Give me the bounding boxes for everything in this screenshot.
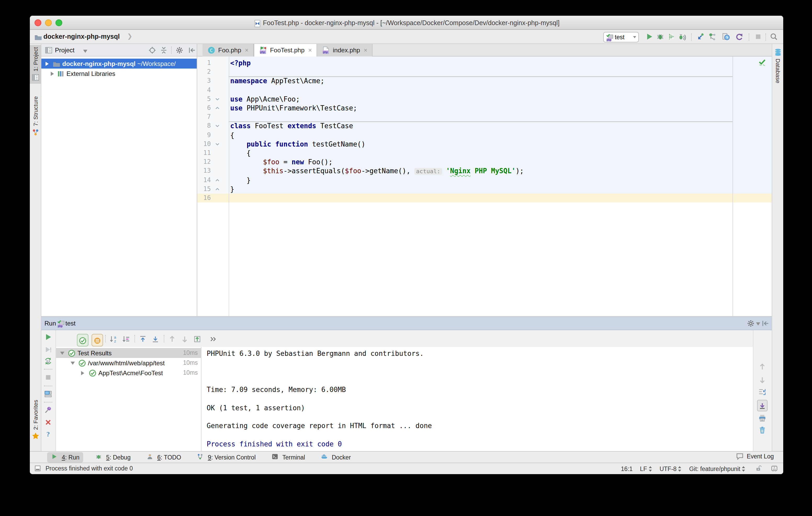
- close-tab-icon[interactable]: ×: [364, 47, 367, 54]
- editor-line[interactable]: 9{: [197, 131, 772, 140]
- show-ignored-toggle[interactable]: [93, 337, 102, 345]
- clear-console-button[interactable]: [758, 426, 766, 434]
- fold-marker-icon[interactable]: [215, 142, 220, 146]
- project-panel-title[interactable]: Project: [55, 47, 75, 54]
- scroll-up-button[interactable]: [758, 363, 766, 371]
- editor-line[interactable]: 5use App\Acme\Foo;: [197, 95, 772, 104]
- gear-icon[interactable]: [747, 319, 755, 327]
- expand-chevron-icon[interactable]: [81, 371, 84, 375]
- toggle-tool-stripes-icon[interactable]: [34, 465, 42, 473]
- editor-line[interactable]: 16: [197, 194, 772, 203]
- editor-line[interactable]: 15}: [197, 185, 772, 194]
- run-config-selector[interactable]: php test: [603, 32, 639, 42]
- git-branch-widget[interactable]: Git: feature/phpunit: [689, 466, 746, 472]
- toggle-auto-test-button[interactable]: [44, 357, 52, 365]
- commit-button[interactable]: [708, 32, 716, 41]
- collapse-all-button[interactable]: [139, 335, 147, 343]
- expand-all-button[interactable]: [151, 335, 160, 343]
- scroll-down-button[interactable]: [758, 376, 766, 384]
- test-tree-item[interactable]: /var/www/html/web/app/test10ms: [56, 358, 201, 368]
- run-panel-title[interactable]: Run: [45, 320, 56, 327]
- expand-chevron-icon[interactable]: [70, 362, 75, 365]
- console-output[interactable]: PHPUnit 6.3.0 by Sebastian Bergmann and …: [201, 347, 753, 452]
- fold-marker-icon[interactable]: [215, 106, 220, 110]
- stop-button[interactable]: [754, 32, 762, 41]
- collapse-all-button[interactable]: [160, 46, 168, 54]
- update-project-button[interactable]: [696, 32, 705, 41]
- pin-tab-button[interactable]: [44, 406, 52, 414]
- debug-button[interactable]: [656, 32, 664, 41]
- line-ending-widget[interactable]: LF: [640, 466, 652, 472]
- restore-layout-button[interactable]: [44, 390, 52, 398]
- show-passed-toggle[interactable]: [79, 337, 87, 345]
- settings-button[interactable]: [175, 46, 184, 54]
- rerun-failed-tests-button[interactable]: [44, 345, 52, 354]
- stripe-button-database[interactable]: Database: [772, 46, 783, 85]
- stop-button[interactable]: [44, 373, 52, 381]
- locate-file-button[interactable]: [148, 46, 156, 54]
- show-ignored-toggle[interactable]: [92, 334, 103, 346]
- close-tab-icon[interactable]: ×: [245, 47, 249, 54]
- chevron-down-icon[interactable]: [83, 50, 87, 53]
- toolwindow-button-docker[interactable]: Docker: [317, 452, 354, 462]
- scroll-to-end-button[interactable]: [757, 400, 767, 411]
- fold-marker-icon[interactable]: [215, 124, 220, 128]
- close-button[interactable]: [44, 418, 52, 427]
- chevron-down-icon[interactable]: [756, 322, 760, 325]
- stripe-button-structure[interactable]: 7: Structure: [30, 94, 41, 139]
- toolwindow-button-9-version-control[interactable]: 9: Version Control: [193, 452, 259, 462]
- fold-marker-icon[interactable]: [215, 178, 220, 182]
- editor-line[interactable]: 11 {: [197, 149, 772, 157]
- event-log-button[interactable]: Event Log: [735, 452, 774, 461]
- editor-line[interactable]: 2: [197, 67, 772, 77]
- expand-chevron-icon[interactable]: [46, 61, 49, 66]
- rerun-tests-button[interactable]: [44, 333, 52, 341]
- sort-by-duration-button[interactable]: [122, 335, 130, 343]
- toolwindow-button-6-todo[interactable]: 6: TODO: [143, 452, 185, 462]
- editor-line[interactable]: 6use PHPUnit\Framework\TestCase;: [197, 104, 772, 113]
- test-tree-item[interactable]: Test Results10ms: [56, 348, 201, 358]
- stripe-button-favorites[interactable]: 2: Favorites: [30, 398, 41, 442]
- scroll-to-end-button[interactable]: [758, 402, 766, 410]
- search-everywhere-button[interactable]: [770, 32, 778, 41]
- toolwindow-button-5-debug[interactable]: 5: Debug: [92, 452, 134, 462]
- hector-inspection-icon[interactable]: [771, 465, 779, 473]
- project-tree-item[interactable]: docker-nginx-php-mysql ~/Workspace/: [41, 59, 197, 68]
- editor-line[interactable]: 13 $this->assertEquals($foo->getName(), …: [197, 167, 772, 176]
- editor-line[interactable]: 7: [197, 113, 772, 121]
- unlock-icon[interactable]: [755, 465, 763, 473]
- editor-line[interactable]: 8class FooTest extends TestCase: [197, 122, 772, 131]
- hide-panel-icon[interactable]: [761, 319, 770, 327]
- editor-line[interactable]: 1<?php: [197, 59, 772, 67]
- editor-tab-index-php[interactable]: phpindex.php×: [317, 44, 373, 57]
- run-button[interactable]: [645, 32, 654, 41]
- close-tab-icon[interactable]: ×: [308, 47, 312, 54]
- code-editor[interactable]: 1<?php23namespace AppTest\Acme;45use App…: [197, 57, 772, 316]
- test-tree-item[interactable]: AppTest\Acme\FooTest10ms: [56, 368, 201, 378]
- stripe-button-project[interactable]: 1: Project: [30, 45, 41, 84]
- fold-marker-icon[interactable]: [215, 187, 220, 192]
- soft-wrap-button[interactable]: [758, 388, 766, 396]
- editor-line[interactable]: 3namespace AppTest\Acme;: [197, 77, 772, 86]
- project-tree-item[interactable]: External Libraries: [41, 68, 197, 79]
- toolwindow-button-4-run[interactable]: 4: Run: [47, 452, 83, 462]
- show-passed-toggle[interactable]: [77, 334, 88, 346]
- sort-alphabetically-button[interactable]: az: [109, 335, 118, 343]
- hide-panel-button[interactable]: [188, 46, 196, 54]
- rollback-button[interactable]: [735, 32, 744, 41]
- history-button[interactable]: [722, 32, 730, 41]
- more-actions-button[interactable]: [209, 335, 217, 343]
- previous-failed-test-button[interactable]: [168, 335, 176, 343]
- editor-tab-foo-php[interactable]: CFoo.php×: [202, 44, 254, 57]
- help-button[interactable]: ?: [44, 430, 52, 438]
- encoding-widget[interactable]: UTF-8: [660, 466, 682, 472]
- editor-line[interactable]: 14 }: [197, 176, 772, 184]
- breadcrumb[interactable]: docker-nginx-php-mysql: [44, 33, 120, 40]
- toolwindow-button-terminal[interactable]: Terminal: [268, 452, 309, 462]
- editor-line[interactable]: 10 public function testGetName(): [197, 140, 772, 149]
- run-with-coverage-button[interactable]: [667, 32, 675, 41]
- editor-tab-footest-php[interactable]: phpFooTest.php×: [254, 44, 317, 57]
- expand-chevron-icon[interactable]: [60, 352, 64, 355]
- next-failed-test-button[interactable]: [180, 335, 189, 343]
- editor-line[interactable]: 12 $foo = new Foo();: [197, 157, 772, 166]
